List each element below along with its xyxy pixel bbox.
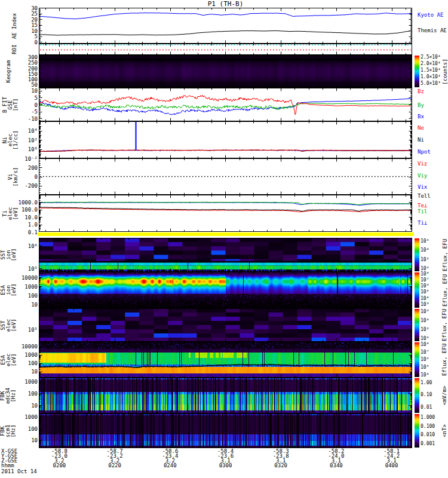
panel-keo <box>39 55 412 88</box>
cbtick-fbk_b: 0.010 <box>421 432 435 437</box>
panel-ae <box>39 8 412 44</box>
legend-Til: Til <box>418 209 427 215</box>
cbtick-fbk_e: 1.00 <box>421 380 432 385</box>
cbtick-sst_elec: 10⁰ <box>421 336 429 341</box>
colorbar-unit-fbk_b: <nT> <box>441 413 447 448</box>
colorbar-fbk_b <box>415 414 419 448</box>
panel-label-bfit: B FITGSE[nT] <box>2 88 19 121</box>
cbtick-fbk_b: 0.001 <box>421 441 435 446</box>
colorbar-unit-sst_elec: Eflux, EFU <box>441 308 447 342</box>
themis-summary-plot: P1 (TH-B) 302520151050AE IndexKyoto AETh… <box>0 0 448 478</box>
cbtick-keo: 1.0×10⁴ <box>421 74 441 79</box>
panel-bfit <box>39 88 412 121</box>
colorbar-sst_ion <box>415 238 419 271</box>
cbtick-esa_ion: 10⁸ <box>421 271 429 277</box>
time-value: 0340 <box>330 463 343 468</box>
colorbar-unit-sst_ion: Eflux, EFU <box>441 238 447 272</box>
legend-Bx: Bx <box>418 114 424 120</box>
panel-vi <box>39 158 412 195</box>
colorbar-sst_elec <box>415 309 419 341</box>
legend-Ni: Ni <box>418 137 424 143</box>
panel-label-roi: ROI <box>12 44 17 55</box>
cbtick-esa_elec: 10⁶ <box>421 357 429 362</box>
time-value: 0220 <box>108 463 121 468</box>
cbtick-keo: 2.5×10⁴ <box>421 54 441 60</box>
time-value: 0400 <box>385 463 398 468</box>
cbtick-keo: 5.0×10³ <box>421 81 441 86</box>
legend-Npot: Npot <box>418 149 431 155</box>
legend-Ne: Ne <box>418 125 424 131</box>
cbtick-esa_ion: 10⁴ <box>421 296 429 301</box>
legend-Bz: Bz <box>418 88 424 94</box>
colorbar-fbk_e <box>415 378 419 413</box>
cbtick-fbk_e: 0.01 <box>421 405 432 410</box>
cbtick-esa_ion: 10⁵ <box>421 289 429 295</box>
cbtick-sst_ion: 10⁴ <box>421 247 429 253</box>
panel-fbk_e <box>39 378 412 413</box>
time-value: 0300 <box>219 463 232 468</box>
legend-Ti: Ti⊥ <box>418 220 427 226</box>
panel-label-sst_ion: SSTion[eV] <box>1 238 17 272</box>
panel-label-teti: Tielec[eV] <box>2 195 19 232</box>
panel-label-esa_elec: ESAelec[eV] <box>1 342 17 378</box>
cbtick-keo: 2.0×10⁴ <box>421 61 441 66</box>
cbtick-sst_ion: 10⁰ <box>421 266 429 271</box>
time-value: 0240 <box>164 463 177 468</box>
cbtick-sst_elec: 10⁴ <box>421 318 429 323</box>
panel-roi <box>39 44 412 55</box>
time-value: 0320 <box>274 463 287 468</box>
colorbar-keo <box>415 56 419 87</box>
legend-Viz: Viz <box>418 161 427 167</box>
legend-Te: Te⊥ <box>418 203 427 209</box>
legend-Tell: Tell <box>418 193 431 199</box>
panel-ni <box>39 121 412 158</box>
legend-Vix: Vix <box>418 184 427 190</box>
panel-label-sst_elec: SSTelec[eV] <box>1 308 17 342</box>
panel-label-esa_ion: ESAion[eV] <box>1 272 17 308</box>
legend-ThemisAE: Themis AE <box>418 27 447 33</box>
panel-esa_elec <box>39 342 412 378</box>
colorbar-unit-esa_ion: Eflux, EFU <box>441 272 447 308</box>
legend-Viy: Viy <box>418 173 427 179</box>
panel-label-fbk_e: FBKedc34[Hz] <box>0 378 16 413</box>
cbtick-fbk_b: 1.000 <box>421 415 435 420</box>
colorbar-esa_ion <box>415 272 419 308</box>
colorbar-unit-fbk_e: <mV/m> <box>441 378 447 413</box>
panel-label-vi: Vi[km/s] <box>7 158 18 195</box>
colorbar-unit-keo: [counts] <box>441 55 447 88</box>
cbtick-sst_ion: 10² <box>421 257 429 262</box>
cbtick-esa_ion: 10⁶ <box>421 283 429 289</box>
cbtick-esa_elec: 10⁵ <box>421 364 429 370</box>
cbtick-esa_elec: 10⁸ <box>421 342 429 347</box>
panel-label-ni: Nielec[1/cc] <box>2 121 19 158</box>
panel-teti <box>39 195 412 232</box>
time-value: 0200 <box>53 463 66 468</box>
plot-title: P1 (TH-B) <box>39 0 412 8</box>
date-label: 2011 Oct 14 <box>1 469 37 474</box>
axis-row-label-hhmm: hhmm <box>1 463 14 468</box>
panel-fbk_b <box>39 413 412 448</box>
cbtick-esa_elec: 10⁴ <box>421 372 429 378</box>
colorbar-unit-esa_elec: Eflux, EFU <box>441 342 447 378</box>
cbtick-fbk_e: 0.10 <box>421 392 432 397</box>
cbtick-fbk_b: 0.100 <box>421 424 435 429</box>
cbtick-sst_ion: 10⁶ <box>421 238 429 244</box>
cbtick-keo: 1.5×10⁴ <box>421 68 441 73</box>
colorbar-esa_elec <box>415 342 419 377</box>
panel-label-fbk_b: FBKscm1[Hz] <box>0 413 16 448</box>
panel-sst_elec <box>39 308 412 342</box>
panel-label-keo: Keogram <box>6 55 11 88</box>
cbtick-esa_ion: 10³ <box>421 302 429 307</box>
cbtick-sst_elec: 10⁶ <box>421 309 429 314</box>
separator-bar <box>38 232 414 236</box>
cbtick-esa_ion: 10⁷ <box>421 277 429 283</box>
cbtick-esa_elec: 10⁷ <box>421 350 429 355</box>
panel-sst_ion <box>39 238 412 272</box>
legend-By: By <box>418 102 424 108</box>
cbtick-sst_elec: 10² <box>421 327 429 332</box>
panel-esa_ion <box>39 272 412 308</box>
legend-KyotoAE: Kyoto AE <box>418 12 443 18</box>
panel-label-ae: AE Index <box>12 8 17 44</box>
ytick-keo: 50 <box>10 82 38 88</box>
